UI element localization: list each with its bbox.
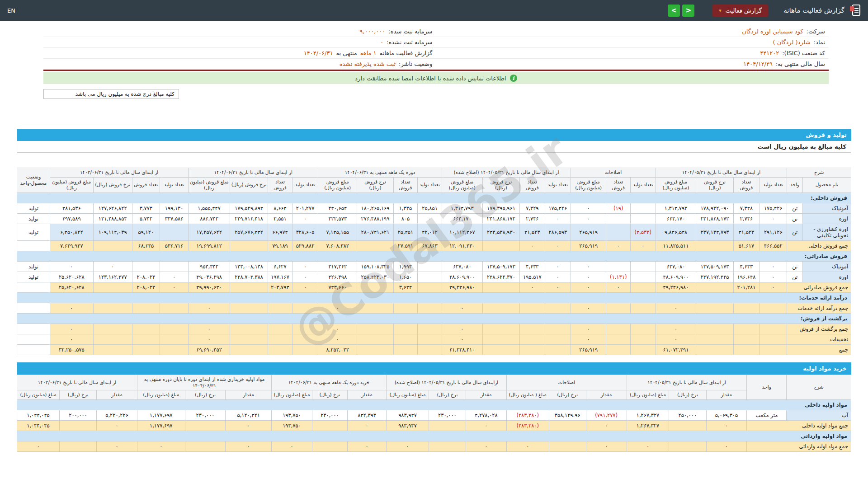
value-cell: ۶۳۷,۰۸۰ <box>656 261 696 272</box>
value-cell: ۰ <box>760 272 787 282</box>
total-row: تخفیفات۰۰۰۰۰۰ <box>17 334 851 344</box>
product-name: آب <box>787 410 851 420</box>
value-cell: ۰ <box>545 272 571 282</box>
unit-cell: تن <box>787 272 802 282</box>
value-cell <box>93 344 132 355</box>
value-cell <box>549 420 586 431</box>
value-cell <box>268 324 292 334</box>
value-cell: ۰ <box>50 324 93 334</box>
column-header: نرخ فروش (ریال) <box>696 177 733 192</box>
previous-report-button[interactable]: < <box>668 5 680 17</box>
symbol-field: نماد: شلرد( لردگان ) <box>436 37 829 47</box>
value-cell: ۳۲۸,۶۰۵ <box>292 224 318 240</box>
value-cell: ۰ <box>272 441 312 451</box>
value-cell: ۰ <box>545 261 571 272</box>
value-cell: ۰ <box>318 334 357 344</box>
value-cell <box>733 303 759 313</box>
value-cell <box>268 334 292 344</box>
value-cell: ۰ <box>189 303 230 313</box>
status-cell <box>17 334 50 344</box>
value-cell: ۲,۷۴۶ <box>520 213 545 224</box>
value-cell <box>631 344 656 355</box>
value-cell: ۸,۶۶۴ <box>268 203 292 213</box>
value-cell: ۶۶,۹۷۴ <box>268 224 292 240</box>
data-row: آمونیاکتن۱۷۵,۴۲۶۷,۳۴۸۱۷۸,۹۳۲,۰۹۰۱,۳۱۴,۷۹… <box>17 203 851 213</box>
field-value: ۴۴۱۲۰۲ <box>760 50 779 56</box>
value-cell: ۰ <box>226 420 272 431</box>
issuer-status-field: وضعیت ناشر: ثبت شده پذیرفته نشده <box>43 59 436 69</box>
value-cell: ۲۲۲,۵۷۳ <box>318 213 357 224</box>
value-cell: ۲۴۸,۶۲۲,۳۷۰ <box>482 272 519 282</box>
value-cell <box>669 441 706 451</box>
value-cell: ۷,۶۰۸,۳۸۲ <box>318 240 357 251</box>
value-cell: ۴,۶۳۳ <box>733 261 759 272</box>
value-cell <box>292 324 318 334</box>
value-cell: ۲۵,۸۵۱ <box>418 203 442 213</box>
value-cell <box>418 303 442 313</box>
column-header: تعداد فروش <box>733 177 759 192</box>
value-cell: ۰ <box>466 441 506 451</box>
language-toggle[interactable]: EN <box>7 7 15 14</box>
sales-unit-note: کلیه مبالغ به میلیون ریال است <box>17 141 851 153</box>
status-cell <box>17 324 50 334</box>
value-cell <box>482 334 519 344</box>
value-cell: ۴۲۶,۳۹۸ <box>318 272 357 282</box>
value-cell <box>482 303 519 313</box>
info-row: نماد: شلرد( لردگان ) سرمایه ثبت نشده: ۰ <box>43 37 829 48</box>
unregistered-capital-field: سرمایه ثبت نشده: ۰ <box>43 37 436 47</box>
page: گزارش فعالیت ماهانه گزارش فعالیت ▾ < > E… <box>0 0 868 452</box>
value-cell: ۰ <box>189 334 230 344</box>
value-cell: (۲۸۳,۳۸۰) <box>506 410 549 420</box>
column-group-header: از ابتدای سال مالی تا تاریخ ۱۴۰۴/۰۵/۳۱ <box>627 375 747 390</box>
value-cell: ۱۸۰,۲۶۵,۱۶۹ <box>357 203 393 213</box>
next-report-button[interactable]: > <box>682 5 694 17</box>
row-label: جمع مواد اولیه وارداتی <box>747 441 851 451</box>
materials-section-title: خرید مواد اولیه <box>803 365 847 372</box>
column-header: مبلغ ( میلیون ریال) <box>506 390 549 400</box>
value-cell <box>60 441 97 451</box>
value-cell: (۱۹) <box>606 203 631 213</box>
value-cell: ۱۹۷,۱۶۷ <box>268 272 292 282</box>
value-cell: ۱۷۹,۳۹۵,۹۶۱ <box>482 203 519 213</box>
column-header: نرخ فروش (ریال) <box>482 177 519 192</box>
column-header: تعداد تولید <box>292 177 318 192</box>
value-cell <box>93 282 132 292</box>
value-cell: ۴۸,۶۰۹,۹۰۰ <box>656 272 696 282</box>
column-header: تعداد تولید <box>760 177 787 192</box>
value-cell: ۶۱,۳۳۸,۴۱۰ <box>442 344 482 355</box>
value-cell: ۱۷۵,۴۲۶ <box>760 203 787 213</box>
column-header: شرح <box>787 168 851 178</box>
value-cell: ۴۹,۰۳۶,۲۹۸ <box>189 272 230 282</box>
value-cell <box>760 334 787 344</box>
value-cell: ۰ <box>189 324 230 334</box>
value-cell: ۵,۱۲۰,۴۲۱ <box>226 410 272 420</box>
value-cell <box>292 344 318 355</box>
unit-cell: متر مکعب <box>747 410 787 420</box>
sales-section: تولید و فروش کلیه مبالغ به میلیون ریال ا… <box>17 129 851 355</box>
field-label: منتهی به <box>336 50 357 56</box>
value-cell: ۲۰۰,۰۰۰ <box>60 410 97 420</box>
value-cell: ۱,۱۷۷,۶۹۷ <box>137 410 185 420</box>
value-cell <box>292 334 318 344</box>
value-cell: ۳,۶۴۴ <box>393 282 418 292</box>
section-label: درآمد ارائه خدمات: <box>17 292 851 303</box>
unit-cell: تن <box>787 261 802 272</box>
column-header: تعداد فروش <box>393 177 418 192</box>
value-cell <box>606 261 631 272</box>
value-cell <box>631 213 656 224</box>
value-cell: ۷,۳۴۸ <box>733 203 759 213</box>
section-row: فروش داخلی: <box>17 192 851 203</box>
section-label: برگشت از فروش: <box>17 313 851 324</box>
value-cell <box>545 303 571 313</box>
value-cell: ۷,۳۲۹ <box>520 203 545 213</box>
value-cell: ۲۰۸,۰۲۳ <box>132 272 160 282</box>
value-cell: ۲۵,۶۲۰,۶۲۸ <box>50 282 93 292</box>
value-cell: ۲۴۰,۶۵۴ <box>318 203 357 213</box>
column-header: نرخ (ریال) <box>669 390 706 400</box>
value-cell: ۹,۸۴۶,۵۴۸ <box>656 224 696 240</box>
value-cell: ۲۴۷,۱۹۲,۴۴۵ <box>696 272 733 282</box>
report-type-button[interactable]: گزارش فعالیت ▾ <box>712 5 768 17</box>
value-cell: ۴۸۱,۵۳۶ <box>50 203 93 213</box>
status-cell <box>17 240 50 251</box>
value-cell: ۷۹,۱۸۹ <box>268 240 292 251</box>
